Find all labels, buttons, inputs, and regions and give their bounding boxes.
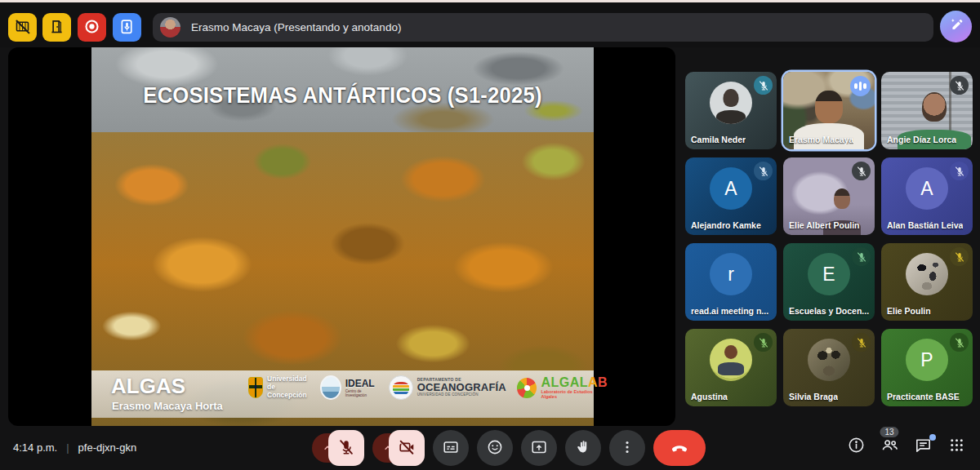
chat-notification-dot bbox=[929, 434, 936, 441]
raise-hand-button[interactable] bbox=[565, 430, 601, 466]
participants-button[interactable]: 13 bbox=[879, 436, 900, 457]
presenter-pill[interactable]: Erasmo Macaya (Presentando y anotando) bbox=[153, 13, 933, 42]
avatar bbox=[906, 253, 948, 295]
udec-logo: Universidad de Concepción bbox=[248, 375, 310, 399]
mic-control-group bbox=[312, 430, 364, 466]
participant-name: Camila Neder bbox=[691, 135, 746, 144]
mic-muted-icon bbox=[852, 247, 871, 266]
present-screen-icon bbox=[530, 438, 548, 459]
slide-logos: Universidad de Concepción IDEAL Centro d… bbox=[248, 375, 608, 400]
participant-name: Erasmo Macaya bbox=[789, 135, 853, 144]
participant-tile[interactable]: rread.ai meeting n... bbox=[685, 243, 777, 321]
camera-control-group bbox=[372, 430, 425, 466]
mic-muted-icon bbox=[754, 76, 773, 95]
meeting-side-controls: 13 bbox=[845, 436, 967, 457]
captions-button[interactable] bbox=[433, 430, 469, 466]
end-call-icon bbox=[670, 437, 689, 459]
mic-muted-icon bbox=[950, 333, 969, 352]
door-exit-icon bbox=[48, 18, 65, 38]
mic-muted-icon bbox=[852, 333, 871, 352]
participant-tile[interactable]: Elie Albert Poulin bbox=[783, 157, 875, 235]
annotate-pen-icon bbox=[948, 17, 964, 36]
mic-muted-icon bbox=[754, 162, 773, 180]
top-bar: Erasmo Macaya (Presentando y anotando) bbox=[0, 2, 980, 47]
participant-tile[interactable]: Silvia Braga bbox=[783, 329, 875, 406]
presenter-label: Erasmo Macaya (Presentando y anotando) bbox=[191, 21, 401, 33]
slide-footer-band: ALGAS Erasmo Macaya Horta Universidad de… bbox=[91, 370, 594, 418]
clock-time: 4:14 p.m. bbox=[13, 441, 57, 454]
participant-count-badge: 13 bbox=[880, 427, 898, 437]
more-options-button[interactable] bbox=[609, 430, 645, 466]
avatar bbox=[710, 82, 752, 124]
participant-tile[interactable]: AAlejandro Kamke bbox=[685, 157, 777, 235]
transcription-icon bbox=[118, 18, 136, 38]
mic-muted-icon bbox=[852, 162, 871, 180]
algalab-pinwheel-icon bbox=[517, 378, 537, 398]
presentation-blocked-icon bbox=[14, 18, 31, 38]
extension-presentation-blocked-button[interactable] bbox=[8, 13, 37, 42]
mic-muted-icon bbox=[950, 247, 969, 266]
participant-tile[interactable]: Camila Neder bbox=[685, 72, 777, 149]
more-options-icon bbox=[618, 438, 636, 459]
mic-muted-icon bbox=[754, 333, 773, 352]
record-icon bbox=[83, 18, 100, 38]
participant-name: Agustina bbox=[691, 392, 728, 401]
end-call-button[interactable] bbox=[653, 430, 706, 466]
ideal-logo: IDEAL Centro de Investigación bbox=[320, 375, 378, 400]
extension-record-button[interactable] bbox=[78, 13, 106, 42]
chat-button[interactable] bbox=[912, 436, 933, 457]
presenter-avatar bbox=[160, 17, 180, 38]
info-icon bbox=[847, 436, 866, 458]
captions-icon bbox=[442, 438, 460, 459]
algalab-logo: ALGALAB Laboratorio de Estudios Algales bbox=[517, 376, 608, 399]
mic-muted-icon bbox=[950, 162, 969, 180]
participant-tile[interactable]: Angie Díaz Lorca bbox=[881, 72, 973, 149]
mic-off-button[interactable] bbox=[328, 430, 364, 466]
participant-name: Elie Poulin bbox=[887, 306, 931, 316]
slide-title: ECOSISTEMAS ANTÁRTICOS (S1-2025) bbox=[104, 83, 581, 109]
participant-name: Silvia Braga bbox=[789, 392, 838, 401]
slide-author: Erasmo Macaya Horta bbox=[112, 400, 223, 412]
call-controls bbox=[312, 430, 706, 466]
participant-tile[interactable]: Elie Poulin bbox=[881, 243, 973, 321]
avatar-initial: P bbox=[906, 339, 948, 381]
camera-off-icon bbox=[398, 438, 416, 459]
participant-tile[interactable]: AAlan Bastián Leiva bbox=[881, 157, 973, 235]
raise-hand-icon bbox=[574, 438, 592, 459]
mic-off-icon bbox=[337, 438, 355, 459]
participant-name: Elie Albert Poulin bbox=[789, 220, 860, 230]
extension-door-exit-button[interactable] bbox=[42, 13, 71, 42]
extension-transcription-button[interactable] bbox=[113, 13, 141, 42]
oceanografia-logo: DEPARTAMENTO DE OCEANOGRAFÍA UNIVERSIDAD… bbox=[389, 375, 506, 400]
avatar bbox=[710, 339, 752, 381]
mic-muted-icon bbox=[950, 76, 969, 95]
participant-name: read.ai meeting n... bbox=[691, 306, 768, 316]
avatar bbox=[808, 339, 850, 381]
participant-name: Practicante BASE bbox=[887, 392, 960, 401]
participant-name: Escuelas y Docen... bbox=[789, 306, 869, 316]
participant-tile[interactable]: Agustina bbox=[685, 329, 777, 406]
meeting-details-button[interactable] bbox=[845, 436, 866, 457]
participants-panel: Camila NederErasmo MacayaAngie Díaz Lorc… bbox=[685, 72, 973, 406]
participant-name: Alan Bastián Leiva bbox=[887, 220, 963, 230]
participant-name: Angie Díaz Lorca bbox=[887, 135, 956, 144]
avatar-initial: A bbox=[906, 167, 948, 210]
reactions-button[interactable] bbox=[477, 430, 513, 466]
annotate-button[interactable] bbox=[940, 11, 972, 42]
presentation-slide: ECOSISTEMAS ANTÁRTICOS (S1-2025) ALGAS E… bbox=[91, 47, 594, 426]
meeting-code: pfe-djxn-gkn bbox=[78, 441, 137, 454]
slide-topic: ALGAS bbox=[111, 374, 185, 399]
camera-off-button[interactable] bbox=[389, 430, 425, 466]
speaking-indicator-icon bbox=[850, 76, 871, 96]
bottom-bar: 4:14 p.m. | pfe-djxn-gkn bbox=[0, 426, 980, 470]
ideal-glacier-icon bbox=[320, 375, 341, 400]
participant-tile[interactable]: EEscuelas y Docen... bbox=[783, 243, 875, 321]
avatar-initial: A bbox=[710, 167, 752, 210]
participant-tile[interactable]: PPracticante BASE bbox=[881, 329, 973, 406]
participant-tile[interactable]: Erasmo Macaya bbox=[783, 72, 875, 149]
emoji-smile-icon bbox=[486, 438, 504, 459]
avatar-initial: E bbox=[808, 253, 850, 295]
present-screen-button[interactable] bbox=[521, 430, 557, 466]
activities-button[interactable] bbox=[946, 436, 967, 457]
presentation-stage[interactable]: ECOSISTEMAS ANTÁRTICOS (S1-2025) ALGAS E… bbox=[8, 47, 675, 426]
